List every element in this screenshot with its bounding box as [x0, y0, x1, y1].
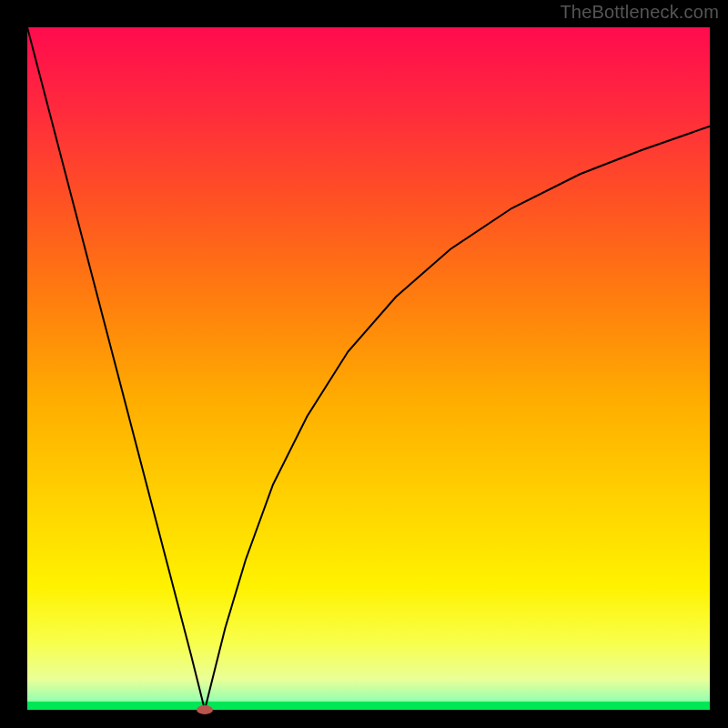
chart-frame: TheBottleneck.com: [0, 0, 728, 728]
optimum-marker: [197, 705, 213, 714]
plot-gradient-background: [27, 27, 710, 710]
optimal-zone-strip: [27, 702, 710, 710]
watermark-text: TheBottleneck.com: [560, 2, 719, 23]
bottleneck-curve-chart: [0, 0, 728, 728]
